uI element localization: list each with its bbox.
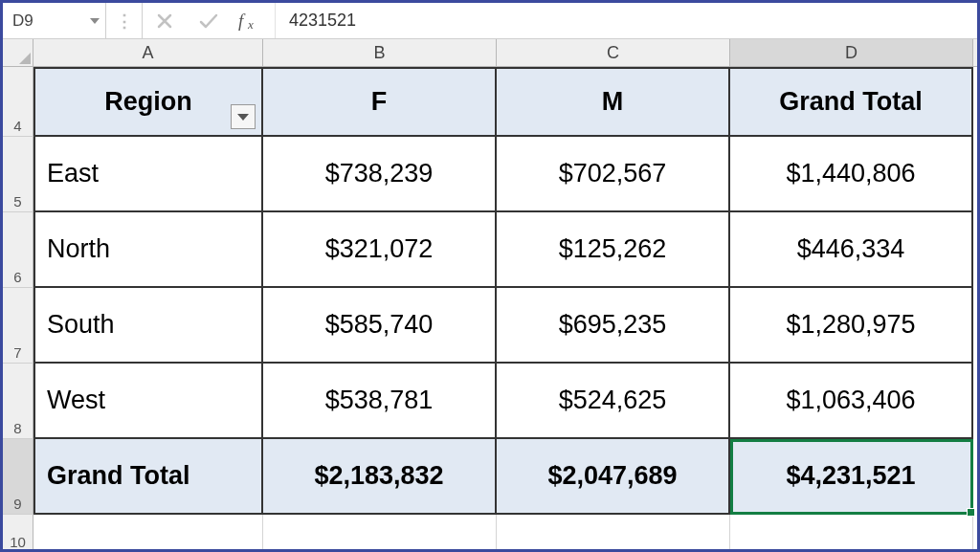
fx-icon[interactable]: f x bbox=[231, 3, 275, 38]
pivot-cell[interactable]: $524,625 bbox=[497, 364, 730, 439]
pivot-cell[interactable]: $1,063,406 bbox=[730, 364, 973, 439]
pivot-header-f[interactable]: F bbox=[263, 67, 497, 137]
row-4: 4 Region F M Grand Total bbox=[3, 67, 977, 137]
row-header-4[interactable]: 4 bbox=[3, 67, 33, 137]
pivot-cell[interactable]: $702,567 bbox=[497, 137, 730, 212]
blank-cell[interactable] bbox=[497, 515, 730, 552]
pivot-row-label[interactable]: North bbox=[33, 212, 263, 288]
name-box-dropdown-icon[interactable] bbox=[90, 18, 100, 24]
pivot-cell[interactable]: $125,262 bbox=[497, 212, 730, 288]
fb-menu-icon[interactable]: ⋮ bbox=[106, 3, 143, 38]
row-8: 8 West $538,781 $524,625 $1,063,406 bbox=[3, 364, 977, 439]
pivot-cell[interactable]: $321,072 bbox=[263, 212, 497, 288]
select-all-corner[interactable] bbox=[3, 39, 33, 66]
blank-cell[interactable] bbox=[33, 515, 263, 552]
col-header-C[interactable]: C bbox=[497, 39, 730, 66]
row-10: 10 bbox=[3, 515, 977, 552]
formula-input-value: 4231521 bbox=[289, 11, 356, 31]
row-header-9[interactable]: 9 bbox=[3, 439, 33, 515]
pivot-cell[interactable]: $695,235 bbox=[497, 288, 730, 364]
formula-input[interactable]: 4231521 bbox=[275, 3, 977, 38]
row-7: 7 South $585,740 $695,235 $1,280,975 bbox=[3, 288, 977, 364]
cancel-icon bbox=[143, 3, 187, 38]
formula-bar: D9 ⋮ f x 4231521 bbox=[3, 3, 977, 39]
row-header-5[interactable]: 5 bbox=[3, 137, 33, 212]
col-header-A[interactable]: A bbox=[33, 39, 263, 66]
pivot-cell[interactable]: $446,334 bbox=[730, 212, 973, 288]
pivot-header-region[interactable]: Region bbox=[33, 67, 263, 137]
pivot-cell[interactable]: $1,280,975 bbox=[730, 288, 973, 364]
pivot-cell[interactable]: $738,239 bbox=[263, 137, 497, 212]
row-header-10[interactable]: 10 bbox=[3, 515, 33, 552]
row-6: 6 North $321,072 $125,262 $446,334 bbox=[3, 212, 977, 288]
name-box[interactable]: D9 bbox=[3, 3, 106, 38]
pivot-header-m[interactable]: M bbox=[497, 67, 730, 137]
col-header-B[interactable]: B bbox=[263, 39, 497, 66]
col-header-D[interactable]: D bbox=[730, 39, 973, 66]
pivot-row-label[interactable]: West bbox=[33, 364, 263, 439]
svg-text:f: f bbox=[238, 11, 246, 31]
name-box-value: D9 bbox=[12, 11, 33, 31]
pivot-cell[interactable]: $1,440,806 bbox=[730, 137, 973, 212]
filter-dropdown-icon[interactable] bbox=[231, 104, 256, 129]
pivot-header-grandtotal[interactable]: Grand Total bbox=[730, 67, 973, 137]
row-header-8[interactable]: 8 bbox=[3, 364, 33, 439]
pivot-grandtotal-m[interactable]: $2,047,689 bbox=[497, 439, 730, 515]
pivot-row-label[interactable]: South bbox=[33, 288, 263, 364]
enter-icon bbox=[187, 3, 231, 38]
pivot-grandtotal-f[interactable]: $2,183,832 bbox=[263, 439, 497, 515]
row-header-6[interactable]: 6 bbox=[3, 212, 33, 288]
column-headers-row: A B C D bbox=[3, 39, 977, 67]
sheet-grid: 4 Region F M Grand Total 5 East $738,239… bbox=[3, 67, 977, 552]
row-9: 9 Grand Total $2,183,832 $2,047,689 $4,2… bbox=[3, 439, 977, 515]
row-header-7[interactable]: 7 bbox=[3, 288, 33, 364]
svg-text:x: x bbox=[247, 17, 254, 32]
row-5: 5 East $738,239 $702,567 $1,440,806 bbox=[3, 137, 977, 212]
pivot-row-label[interactable]: East bbox=[33, 137, 263, 212]
blank-cell[interactable] bbox=[263, 515, 497, 552]
pivot-grandtotal-label[interactable]: Grand Total bbox=[33, 439, 263, 515]
pivot-grandtotal-gt[interactable]: $4,231,521 bbox=[730, 439, 973, 515]
pivot-cell[interactable]: $538,781 bbox=[263, 364, 497, 439]
pivot-cell[interactable]: $585,740 bbox=[263, 288, 497, 364]
blank-cell[interactable] bbox=[730, 515, 973, 552]
